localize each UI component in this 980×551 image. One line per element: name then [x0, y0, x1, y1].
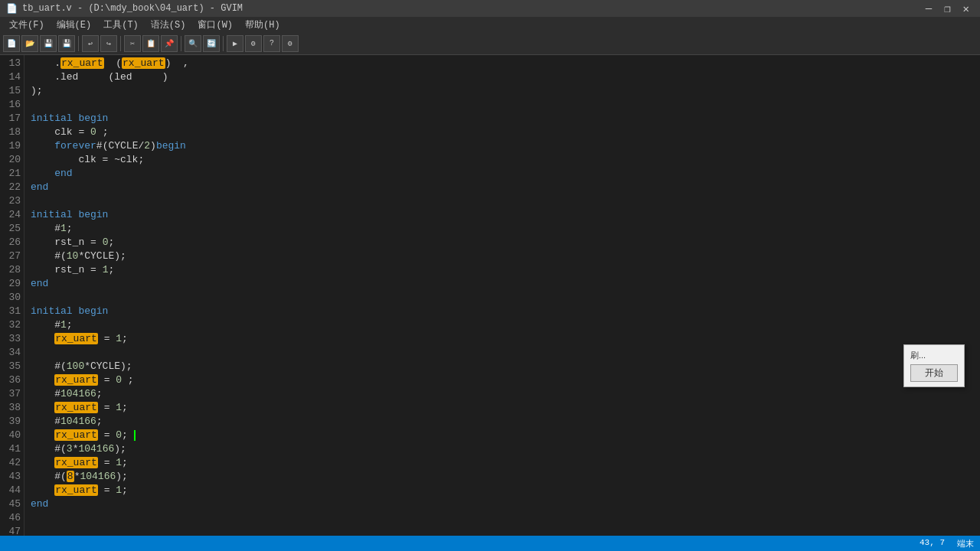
- line-num: 25: [3, 222, 21, 236]
- menu-edit[interactable]: 编辑(E): [51, 18, 98, 31]
- menu-tools[interactable]: 工具(T): [97, 18, 145, 31]
- line-num: 40: [3, 429, 21, 442]
- toolbar-copy[interactable]: 📋: [142, 35, 159, 52]
- editor[interactable]: 13 14 15 16 17 18 19 20 21 22 23 24 25 2…: [0, 55, 980, 536]
- code-line-37: #104166;: [31, 387, 974, 401]
- line-num: 33: [3, 332, 21, 346]
- toolbar-cut[interactable]: ✂: [124, 35, 141, 52]
- line-num: 36: [3, 373, 21, 387]
- line-num: 38: [3, 401, 21, 415]
- code-line-25: #1;: [31, 222, 974, 236]
- toolbar-open[interactable]: 📂: [21, 35, 38, 52]
- toolbar-replace[interactable]: 🔄: [203, 35, 220, 52]
- line-num: 18: [3, 126, 21, 139]
- code-line-28: rst_n = 1;: [31, 263, 974, 277]
- editor-mode: 端末: [957, 538, 974, 549]
- toolbar-redo[interactable]: ↪: [100, 35, 117, 52]
- toolbar: 📄 📂 💾 💾 ↩ ↪ ✂ 📋 📌 🔍 🔄 ▶ ⚙ ? ⚙: [0, 32, 980, 55]
- line-num: 35: [3, 360, 21, 373]
- line-num: 47: [3, 525, 21, 536]
- code-line-29: end: [31, 277, 974, 291]
- line-num: 41: [3, 442, 21, 456]
- line-num: 23: [3, 194, 21, 208]
- toolbar-new[interactable]: 📄: [3, 35, 20, 52]
- toolbar-find[interactable]: 🔍: [185, 35, 201, 52]
- line-num: 19: [3, 139, 21, 153]
- toolbar-compile[interactable]: ⚙: [245, 35, 262, 52]
- code-line-23: [31, 194, 974, 208]
- close-button[interactable]: ✕: [959, 2, 974, 15]
- line-num: 43: [3, 470, 21, 484]
- code-line-35: #(100*CYCLE);: [31, 360, 974, 373]
- menu-bar: 文件(F) 编辑(E) 工具(T) 语法(S) 窗口(W) 帮助(H): [0, 17, 980, 32]
- cursor-position: 43, 7: [920, 538, 945, 549]
- code-line-18: clk = 0 ;: [31, 126, 974, 139]
- line-num: 20: [3, 153, 21, 167]
- line-num: 37: [3, 387, 21, 401]
- line-num: 32: [3, 318, 21, 332]
- code-line-46: [31, 511, 974, 525]
- line-numbers: 13 14 15 16 17 18 19 20 21 22 23 24 25 2…: [0, 55, 24, 536]
- code-line-42: rx_uart = 1;: [31, 456, 974, 470]
- toolbar-paste[interactable]: 📌: [161, 35, 178, 52]
- line-num: 45: [3, 497, 21, 511]
- maximize-button[interactable]: ❐: [939, 2, 955, 15]
- code-line-24: initial begin: [31, 208, 974, 222]
- code-line-38: rx_uart = 1;: [31, 401, 974, 415]
- line-num: 24: [3, 208, 21, 222]
- code-line-22: end: [31, 181, 974, 194]
- menu-window[interactable]: 窗口(W): [191, 18, 239, 31]
- code-line-20: clk = ~clk;: [31, 153, 974, 167]
- window-title: tb_uart.v - (D:\mdy_book\04_uart) - GVIM: [22, 3, 243, 14]
- code-line-44: rx_uart = 1;: [31, 484, 974, 497]
- code-area[interactable]: .rx_uart (rx_uart) , .led (led ) ); init…: [24, 55, 980, 536]
- popup-dialog: 刷... 开始: [903, 344, 965, 387]
- code-line-16: [31, 98, 974, 112]
- code-line-43: #(8*104166);: [31, 470, 974, 484]
- line-num: 28: [3, 263, 21, 277]
- code-line-21: end: [31, 167, 974, 181]
- line-num: 44: [3, 484, 21, 497]
- line-num: 22: [3, 181, 21, 194]
- popup-start-button[interactable]: 开始: [910, 364, 958, 382]
- code-line-26: rst_n = 0;: [31, 236, 974, 249]
- app-icon: 📄: [6, 3, 18, 15]
- line-num: 34: [3, 346, 21, 360]
- code-line-19: forever#(CYCLE/2)begin: [31, 139, 974, 153]
- toolbar-help[interactable]: ?: [263, 35, 280, 52]
- line-num: 14: [3, 70, 21, 84]
- code-line-41: #(3*104166);: [31, 442, 974, 456]
- code-line-33: rx_uart = 1;: [31, 332, 974, 346]
- code-line-34: [31, 346, 974, 360]
- popup-text: 刷...: [910, 350, 958, 361]
- separator-4: [223, 36, 224, 51]
- code-line-32: #1;: [31, 318, 974, 332]
- menu-syntax[interactable]: 语法(S): [145, 18, 192, 31]
- code-line-30: [31, 291, 974, 305]
- line-num: 26: [3, 236, 21, 249]
- status-bar: 43, 7 端末: [0, 536, 980, 551]
- code-line-45: end: [31, 497, 974, 511]
- line-num: 13: [3, 57, 21, 70]
- separator-2: [120, 36, 121, 51]
- menu-help[interactable]: 帮助(H): [239, 18, 286, 31]
- toolbar-save-all[interactable]: 💾: [58, 35, 75, 52]
- minimize-button[interactable]: —: [921, 2, 936, 15]
- line-num: 17: [3, 112, 21, 126]
- code-line-17: initial begin: [31, 112, 974, 126]
- line-num: 16: [3, 98, 21, 112]
- line-num: 42: [3, 456, 21, 470]
- toolbar-undo[interactable]: ↩: [82, 35, 99, 52]
- code-line-47: [31, 525, 974, 536]
- code-line-31: initial begin: [31, 305, 974, 318]
- menu-file[interactable]: 文件(F): [3, 18, 51, 31]
- separator-1: [78, 36, 79, 51]
- line-num: 15: [3, 84, 21, 98]
- toolbar-save[interactable]: 💾: [40, 35, 57, 52]
- line-num: 31: [3, 305, 21, 318]
- toolbar-config[interactable]: ⚙: [282, 35, 299, 52]
- line-num: 46: [3, 511, 21, 525]
- toolbar-run[interactable]: ▶: [227, 35, 243, 52]
- code-line-36: rx_uart = 0 ;: [31, 373, 974, 387]
- title-bar: 📄 tb_uart.v - (D:\mdy_book\04_uart) - GV…: [0, 0, 980, 17]
